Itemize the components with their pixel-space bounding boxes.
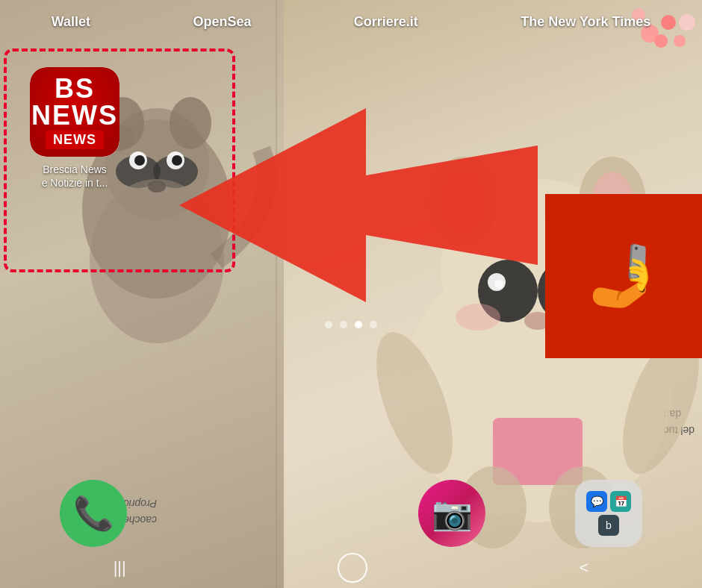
app-label: Brescia News e Notizie in t... xyxy=(22,163,127,190)
nav-bar: ||| < xyxy=(0,547,702,588)
phone-indicator-box: 🤳 xyxy=(545,194,702,358)
app-phone[interactable]: 📞 xyxy=(60,480,127,547)
top-tabs: Wallet OpenSea Corriere.it The New York … xyxy=(0,0,702,45)
mini-app-messages: 💬 xyxy=(586,491,607,512)
app-folder[interactable]: 💬 📅 b xyxy=(575,480,642,547)
tab-opensea[interactable]: OpenSea xyxy=(187,11,257,34)
mini-app-calendar: 📅 xyxy=(610,491,631,512)
camera-icon: 📷 xyxy=(432,494,473,533)
nav-recent-button[interactable]: ||| xyxy=(99,552,141,584)
mini-app-other: b xyxy=(598,515,619,536)
news-banner: NEWS xyxy=(46,131,104,149)
page-dots xyxy=(0,321,702,328)
app-camera[interactable]: 📷 xyxy=(418,480,485,547)
tab-wallet[interactable]: Wallet xyxy=(46,11,96,34)
phone-icon: 📞 xyxy=(73,494,114,533)
folder-row-2: b xyxy=(598,515,619,536)
tab-corriere[interactable]: Corriere.it xyxy=(348,11,424,34)
nav-back-button[interactable]: < xyxy=(564,552,603,584)
bs-text: BS NEWS xyxy=(30,75,119,129)
svg-marker-40 xyxy=(179,108,538,302)
bottom-dock: 📞 📷 💬 📅 b xyxy=(0,480,702,547)
nav-home-button[interactable] xyxy=(338,553,367,583)
arrow-area: 🤳 xyxy=(179,86,538,325)
folder-row-1: 💬 📅 xyxy=(586,491,631,512)
dot-4 xyxy=(370,321,377,328)
tab-nytimes[interactable]: The New York Times xyxy=(515,11,656,34)
bs-news-icon: BS NEWS NEWS xyxy=(30,67,119,157)
dot-1 xyxy=(325,321,332,328)
app-bs-news[interactable]: BS NEWS NEWS Brescia News e Notizie in t… xyxy=(22,67,127,190)
arrow-svg xyxy=(179,86,538,325)
phone-hand-icon: 🤳 xyxy=(586,241,661,311)
dot-2 xyxy=(340,321,347,328)
dot-3-active xyxy=(355,321,362,328)
